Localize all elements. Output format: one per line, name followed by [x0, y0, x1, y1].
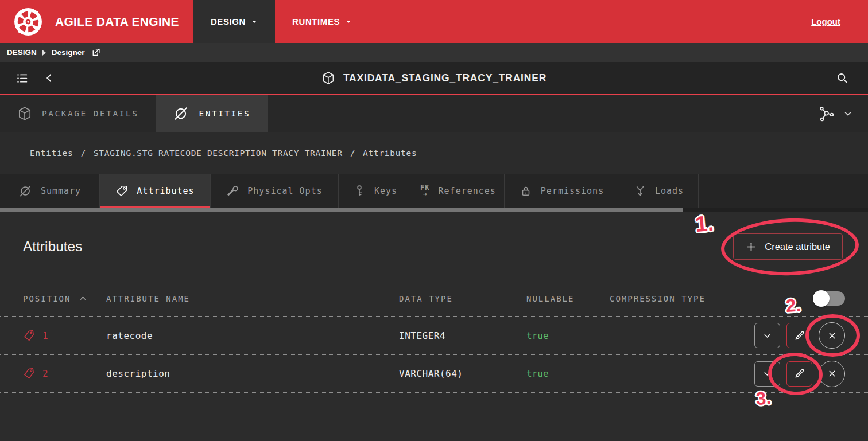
entity-breadcrumb: Entities / STAGING.STG_RATECODE_DESCRIPT… [0, 132, 868, 174]
create-attribute-label: Create attribute [765, 241, 830, 252]
agile-data-engine-app: AGILE DATA ENGINE DESIGN RUNTIMES Logout… [0, 0, 868, 441]
create-attribute-button[interactable]: Create attribute [733, 233, 843, 260]
key-icon [353, 185, 366, 197]
close-icon [827, 369, 837, 378]
horizontal-scrollbar[interactable] [0, 208, 868, 212]
column-header-compression-type[interactable]: COMPRESSION TYPE [610, 294, 753, 303]
subtab-physical-opts[interactable]: Physical Opts [211, 174, 339, 208]
entity-title-group: TAXIDATA_STAGING_TRACY_TRAINER [321, 71, 547, 85]
chevron-down-icon[interactable] [843, 108, 853, 119]
list-icon[interactable] [16, 72, 28, 84]
attribute-name-cell: description [106, 368, 399, 379]
breadcrumb-arrow-icon [42, 50, 46, 56]
view-toggle-switch[interactable] [813, 290, 845, 307]
chevron-left-icon[interactable] [44, 72, 55, 84]
tab-package-details[interactable]: PACKAGE DETAILS [0, 95, 156, 132]
tab-entities[interactable]: ENTITIES [156, 95, 268, 132]
subtab-attributes[interactable]: Attributes [100, 174, 211, 208]
entity-breadcrumb-entities-link[interactable]: Entities [30, 149, 73, 158]
tab-entities-label: ENTITIES [199, 109, 250, 118]
position-value: 2 [42, 368, 48, 379]
subtab-summary-label: Summary [41, 186, 81, 196]
subtab-loads-label: Loads [655, 186, 684, 196]
position-value: 1 [42, 330, 48, 341]
entity-subtab-bar: Summary Attributes Physical Opts Keys FK… [0, 174, 868, 208]
table-row-ratecode: 1 ratecode INTEGER4 true [0, 316, 868, 354]
column-header-data-type[interactable]: DATA TYPE [399, 294, 526, 303]
subtab-attributes-label: Attributes [137, 186, 194, 196]
lock-icon [520, 185, 532, 197]
graph-icon[interactable] [817, 105, 835, 122]
shutter-logo-icon [14, 7, 42, 36]
attribute-name-cell: ratecode [106, 330, 399, 341]
entity-icon [18, 184, 32, 198]
edit-icon [794, 330, 805, 341]
subtab-references[interactable]: FK → References [412, 174, 505, 208]
path-separator: / [80, 149, 86, 158]
brand-title: AGILE DATA ENGINE [55, 15, 179, 29]
nav-menu-runtimes-label: RUNTIMES [292, 17, 340, 26]
column-header-nullable[interactable]: NULLABLE [526, 294, 610, 303]
nav-menu-design[interactable]: DESIGN [193, 0, 275, 43]
merge-icon [634, 185, 646, 197]
breadcrumb: DESIGN Designer [0, 43, 868, 62]
breadcrumb-page: Designer [52, 48, 85, 57]
subtab-loads[interactable]: Loads [619, 174, 699, 208]
data-type-cell: VARCHAR(64) [399, 368, 526, 379]
tag-icon [22, 367, 36, 381]
entity-breadcrumb-entity-link[interactable]: STAGING.STG_RATECODE_DESCRIPTION_TRACY_T… [94, 149, 343, 158]
plus-icon [746, 241, 757, 252]
edit-attribute-button[interactable] [786, 323, 812, 348]
package-cube-icon [321, 71, 335, 85]
path-separator: / [350, 149, 355, 158]
subtab-summary[interactable]: Summary [0, 174, 100, 208]
attributes-content: Attributes Create attribute POSITION ATT… [0, 212, 868, 441]
nav-menu-runtimes[interactable]: RUNTIMES [275, 0, 369, 43]
expand-row-button[interactable] [754, 323, 780, 348]
app-logo[interactable] [0, 0, 42, 43]
logout-link[interactable]: Logout [811, 17, 840, 26]
entity-icon [173, 106, 189, 122]
delete-attribute-button[interactable] [819, 361, 845, 387]
subtab-permissions[interactable]: Permissions [505, 174, 619, 208]
package-cube-icon [17, 106, 32, 121]
row-actions [753, 361, 845, 387]
attributes-table-header: POSITION ATTRIBUTE NAME DATA TYPE NULLAB… [0, 281, 868, 316]
entity-package-title: TAXIDATA_STAGING_TRACY_TRAINER [343, 72, 547, 84]
search-icon[interactable] [836, 72, 848, 84]
nullable-cell: true [526, 368, 610, 379]
scrollbar-thumb[interactable] [0, 208, 683, 212]
attributes-section-header: Attributes Create attribute [0, 212, 868, 281]
chevron-down-icon [762, 369, 772, 378]
breadcrumb-section: DESIGN [7, 48, 37, 57]
chevron-down-icon [251, 18, 258, 25]
entity-toolbar: TAXIDATA_STAGING_TRACY_TRAINER [0, 62, 868, 95]
chevron-down-icon [345, 18, 352, 25]
nullable-cell: true [526, 330, 610, 341]
toolbar-left-controls [0, 72, 55, 84]
position-cell: 1 [23, 330, 106, 342]
nav-menu-design-label: DESIGN [211, 17, 246, 26]
toolbar-divider [36, 72, 36, 84]
foreign-key-icon: FK → [420, 185, 429, 197]
wrench-icon [226, 185, 239, 197]
edit-attribute-button[interactable] [786, 361, 812, 387]
delete-attribute-button[interactable] [819, 322, 845, 349]
external-link-icon[interactable] [91, 48, 100, 57]
subtab-keys[interactable]: Keys [339, 174, 412, 208]
column-header-position[interactable]: POSITION [23, 294, 106, 303]
chevron-down-icon [762, 331, 772, 341]
page-title: Attributes [23, 239, 83, 255]
tag-icon [22, 329, 36, 342]
subtab-physical-opts-label: Physical Opts [247, 186, 322, 196]
toolbar-right-controls [817, 95, 868, 132]
expand-row-button[interactable] [754, 361, 780, 387]
close-icon [827, 331, 837, 341]
subtab-permissions-label: Permissions [541, 186, 604, 196]
data-type-cell: INTEGER4 [399, 330, 526, 341]
column-header-attribute-name[interactable]: ATTRIBUTE NAME [106, 294, 399, 303]
sort-ascending-icon [79, 295, 87, 302]
table-row-description: 2 description VARCHAR(64) true [0, 354, 868, 393]
subtab-keys-label: Keys [374, 186, 397, 196]
entity-breadcrumb-current: Attributes [363, 149, 417, 158]
